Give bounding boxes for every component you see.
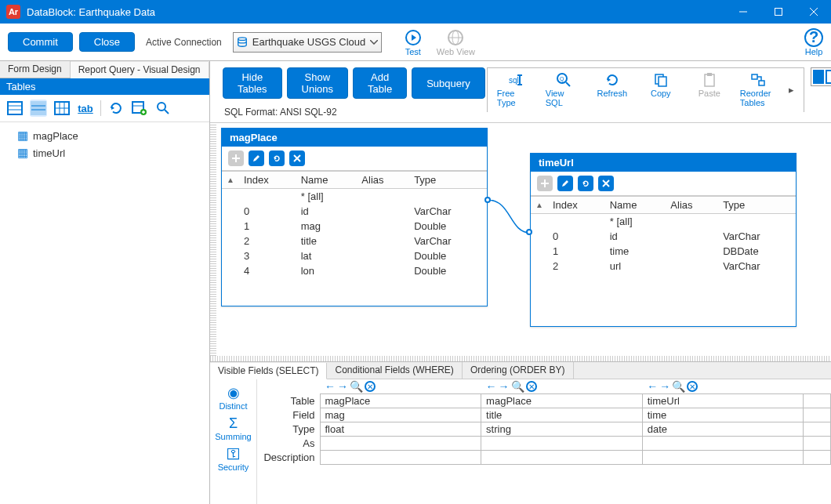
grid-cell[interactable]: timeUrl — [642, 394, 804, 408]
table-row[interactable]: 0idVarChar — [222, 204, 487, 219]
subquery-button[interactable]: Subquery — [412, 67, 485, 99]
table-row[interactable]: 1timeDBDate — [531, 244, 796, 259]
tree-item-magplace[interactable]: ▦ magPlace — [0, 127, 209, 144]
table-row[interactable]: 4lonDouble — [222, 263, 487, 278]
grid-cell[interactable]: string — [481, 422, 643, 437]
table-row[interactable]: 2urlVarChar — [531, 259, 796, 274]
view-sql-button[interactable]: Q View SQL — [546, 71, 582, 107]
grid-cell[interactable] — [320, 451, 481, 465]
table-card-magplace[interactable]: magPlace ▲ Index Name Alias Type — [221, 128, 488, 306]
col-name[interactable]: Name — [296, 172, 357, 189]
card-refresh-icon[interactable] — [269, 150, 285, 166]
minimize-button[interactable] — [725, 0, 760, 24]
remove-col-icon[interactable]: ✕ — [526, 381, 537, 392]
tab-report-query[interactable]: Report Query - Visual Design — [71, 62, 209, 78]
card-edit-icon[interactable] — [557, 176, 573, 191]
col-alias[interactable]: Alias — [357, 172, 409, 189]
maximize-button[interactable] — [760, 0, 796, 24]
sort-icon[interactable]: ▲ — [531, 197, 548, 214]
grid-cell[interactable] — [320, 437, 481, 451]
help-button[interactable]: ? Help — [804, 28, 823, 56]
grid-cell[interactable]: time — [642, 408, 804, 422]
distinct-button[interactable]: ◉Distinct — [219, 384, 247, 411]
view-tab-icon[interactable]: tab — [77, 100, 94, 117]
grid-cell[interactable] — [804, 394, 831, 408]
close-button[interactable] — [796, 0, 831, 24]
card-close-icon[interactable] — [289, 150, 305, 166]
hide-tables-button[interactable]: Hide Tables — [223, 67, 282, 99]
col-index[interactable]: Index — [239, 172, 296, 189]
search-tables-icon[interactable] — [154, 100, 172, 117]
col-type[interactable]: Type — [718, 197, 796, 214]
view-grid-filled-icon[interactable] — [30, 100, 47, 117]
table-row[interactable]: * [all] — [222, 189, 487, 205]
grid-cell[interactable]: title — [481, 408, 643, 422]
show-unions-button[interactable]: Show Unions — [287, 67, 348, 99]
table-row[interactable]: 2titleVarChar — [222, 234, 487, 248]
canvas-drag-handle[interactable] — [210, 123, 216, 356]
refresh-button[interactable]: Refresh — [594, 71, 630, 107]
table-row[interactable]: 1magDouble — [222, 219, 487, 234]
card-edit-icon[interactable] — [249, 150, 264, 166]
join-endpoint[interactable] — [526, 229, 532, 235]
zoom-icon[interactable]: 🔍 — [350, 380, 363, 393]
tree-item-timeurl[interactable]: ▦ timeUrl — [0, 144, 209, 161]
col-type[interactable]: Type — [409, 172, 487, 189]
table-row[interactable]: 3latDouble — [222, 248, 487, 263]
layout-thumbs[interactable] — [811, 67, 831, 86]
zoom-icon[interactable]: 🔍 — [511, 380, 524, 393]
zoom-icon[interactable]: 🔍 — [672, 380, 685, 393]
add-table-button[interactable]: Add Table — [353, 67, 407, 99]
table-row[interactable]: * [all] — [531, 214, 796, 230]
col-index[interactable]: Index — [548, 197, 605, 214]
tab-conditional-fields[interactable]: Conditional Fields (WHERE) — [327, 362, 462, 379]
grid-cell[interactable] — [804, 408, 831, 422]
grid-cell[interactable]: date — [642, 422, 804, 437]
grid-cell[interactable] — [804, 422, 831, 437]
move-right-icon[interactable]: → — [337, 380, 348, 393]
table-row[interactable]: 0idVarChar — [531, 229, 796, 244]
refresh-tables-icon[interactable] — [107, 100, 125, 117]
reorder-tables-button[interactable]: Reorder Tables — [740, 71, 776, 107]
join-endpoint[interactable] — [484, 197, 491, 203]
tab-form-design[interactable]: Form Design — [0, 61, 71, 78]
remove-col-icon[interactable]: ✕ — [687, 381, 698, 392]
free-type-button[interactable]: sql Free Type — [497, 71, 533, 107]
sort-icon[interactable]: ▲ — [222, 172, 239, 189]
tab-ordering[interactable]: Ordering (ORDER BY) — [463, 362, 574, 379]
grid-cell[interactable]: mag — [320, 408, 481, 422]
grid-cell[interactable] — [804, 451, 831, 465]
horizontal-splitter[interactable] — [210, 356, 831, 361]
connection-dropdown[interactable]: Earthquake USGS Cloud Conn — [233, 32, 382, 53]
card-add-icon[interactable] — [228, 150, 244, 166]
remove-col-icon[interactable]: ✕ — [365, 381, 376, 392]
grid-cell[interactable]: magPlace — [481, 394, 643, 408]
card-refresh-icon[interactable] — [578, 176, 593, 191]
grid-cell[interactable] — [804, 437, 831, 451]
table-card-timeurl[interactable]: timeUrl ▲ Index Name Alias Type — [530, 153, 797, 327]
view-grid-icon[interactable] — [6, 100, 24, 117]
copy-button[interactable]: Copy — [643, 71, 679, 107]
test-button[interactable]: Test — [404, 28, 423, 56]
grid-cell[interactable] — [481, 437, 643, 451]
tab-visible-fields[interactable]: Visible Fields (SELECT) — [210, 363, 327, 379]
commit-button[interactable]: Commit — [8, 32, 73, 52]
query-canvas[interactable]: magPlace ▲ Index Name Alias Type — [210, 123, 831, 356]
move-right-icon[interactable]: → — [659, 380, 670, 393]
security-button[interactable]: ⚿Security — [218, 446, 249, 472]
col-alias[interactable]: Alias — [666, 197, 718, 214]
grid-cell[interactable] — [481, 451, 643, 465]
add-table-icon[interactable] — [131, 100, 148, 117]
grid-cell[interactable] — [642, 451, 804, 465]
more-actions-arrow[interactable]: ▸ — [789, 84, 794, 96]
move-left-icon[interactable]: ← — [325, 380, 336, 393]
grid-cell[interactable]: magPlace — [320, 394, 481, 408]
grid-cell[interactable]: float — [320, 422, 481, 437]
move-right-icon[interactable]: → — [499, 380, 510, 393]
card-close-icon[interactable] — [598, 176, 614, 191]
grid-cell[interactable] — [642, 437, 804, 451]
move-left-icon[interactable]: ← — [647, 380, 658, 393]
summing-button[interactable]: ΣSumming — [215, 415, 251, 441]
view-table-icon[interactable] — [53, 100, 71, 117]
move-left-icon[interactable]: ← — [486, 380, 497, 393]
